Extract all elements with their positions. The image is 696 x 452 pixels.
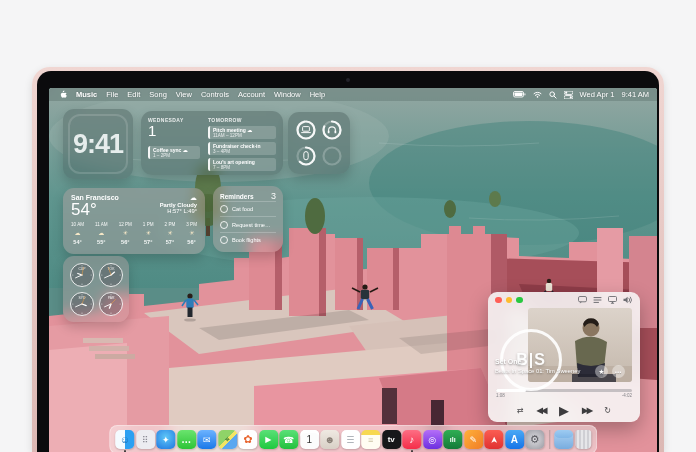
dock-icon-pages[interactable]: ✎ [464, 430, 483, 449]
dock-icon-facetime[interactable]: ▶ [259, 430, 278, 449]
laptop-frame: Music File Edit Song View Controls Accou… [32, 67, 664, 452]
reminder-item[interactable]: Cat food [220, 201, 276, 216]
dock: ☺ ⠿ ✦ … ✉ ⌖ ✿ ▶ ☎ 1 ☻ ☰ ≡ tv ♪ ◎ ılı ✎ ➤… [109, 425, 597, 452]
next-button[interactable]: ▶▶ [582, 407, 591, 415]
dock-icon-tv[interactable]: tv [382, 430, 401, 449]
menu-bar-time[interactable]: 9:41 AM [621, 90, 649, 99]
repeat-button[interactable]: ↻ [604, 407, 611, 415]
menu-bar: Music File Edit Song View Controls Accou… [49, 88, 657, 101]
weather-hour-icon: ☀ [186, 229, 197, 238]
music-mini-player-window[interactable]: B|S Set One Beats In Space 01: Tim Sween… [488, 292, 640, 422]
clock-cupertino: CUP [69, 262, 95, 288]
menu-item-help[interactable]: Help [310, 90, 325, 99]
calendar-event[interactable]: Pitch meeting ☁ 11AM – 12PM [208, 126, 276, 140]
dock-icon-notes[interactable]: ≡ [361, 430, 380, 449]
clock-sydney: SYD [69, 291, 95, 317]
event-time: 3 – 4PM [213, 149, 273, 155]
dock-icon-safari[interactable]: ✦ [156, 430, 175, 449]
close-button[interactable] [495, 297, 502, 304]
music-player-titlebar[interactable] [488, 292, 640, 308]
queue-icon[interactable] [593, 296, 602, 304]
menu-item-window[interactable]: Window [274, 90, 301, 99]
menu-item-controls[interactable]: Controls [201, 90, 229, 99]
lyrics-icon[interactable] [578, 296, 587, 304]
weather-temperature: 54° [71, 201, 119, 219]
reminder-item[interactable]: Book flights [220, 232, 276, 247]
dock-icon-music[interactable]: ♪ [402, 430, 421, 449]
hour-temp: 57° [165, 238, 176, 246]
dock-icon-rocket-app[interactable]: ➤ [484, 430, 503, 449]
menu-item-view[interactable]: View [176, 90, 192, 99]
airplay-icon[interactable] [608, 296, 617, 304]
minimize-button[interactable] [506, 297, 513, 304]
search-icon[interactable] [549, 91, 557, 99]
reminder-item[interactable]: Request time… [220, 216, 276, 231]
calendar-day-number: 1 [148, 123, 200, 140]
control-center-icon[interactable] [564, 91, 573, 99]
weather-widget[interactable]: San Francisco 54° ☁ Partly Cloudy H:57° … [63, 188, 205, 254]
dock-icon-podcasts[interactable]: ◎ [423, 430, 442, 449]
menu-item-song[interactable]: Song [149, 90, 167, 99]
dock-icon-messages[interactable]: … [177, 430, 196, 449]
dock-icon-photos[interactable]: ✿ [238, 430, 257, 449]
volume-icon[interactable] [623, 296, 633, 304]
play-button[interactable]: ▶ [559, 404, 569, 417]
clock-widget[interactable]: 9:41 [63, 109, 133, 179]
wifi-icon[interactable] [533, 91, 542, 98]
dock-icon-contacts[interactable]: ☻ [320, 430, 339, 449]
menu-item-account[interactable]: Account [238, 90, 265, 99]
zoom-button[interactable] [516, 297, 523, 304]
checkbox-circle-icon[interactable] [220, 205, 228, 213]
menu-item-edit[interactable]: Edit [127, 90, 140, 99]
event-time: 11AM – 12PM [213, 133, 273, 139]
dock-icon-phone[interactable]: ☎ [279, 430, 298, 449]
calendar-event[interactable]: Coffee sync ☁ 1 – 2PM [148, 146, 200, 160]
dock-icon-trash[interactable] [575, 430, 591, 449]
weather-hourly-forecast: 10 AM☁54° 11 AM☁55° 12 PM☀56° 1 PM☀57° 2… [71, 222, 197, 246]
shuffle-button[interactable]: ⇄ [517, 407, 524, 415]
dock-icon-mail[interactable]: ✉ [197, 430, 216, 449]
checkbox-circle-icon[interactable] [220, 221, 228, 229]
headphones-icon [329, 127, 336, 133]
checkbox-circle-icon[interactable] [220, 236, 228, 244]
partly-cloudy-icon: ☁ [160, 194, 197, 202]
reminders-title: Reminders [220, 193, 254, 200]
camera-dot [346, 78, 350, 82]
menu-bar-date[interactable]: Wed Apr 1 [580, 90, 615, 99]
more-options-button[interactable]: ••• [612, 365, 625, 378]
dock-icon-stocks[interactable]: ılı [443, 430, 462, 449]
dock-icon-launchpad[interactable]: ⠿ [136, 430, 155, 449]
hour-label: 10 AM [71, 222, 84, 229]
screen-bezel: Music File Edit Song View Controls Accou… [37, 71, 659, 452]
dock-icon-reminders[interactable]: ☰ [341, 430, 360, 449]
clock-paris: PAR [98, 291, 124, 317]
menu-item-file[interactable]: File [106, 90, 118, 99]
previous-button[interactable]: ◀◀ [537, 407, 546, 415]
calendar-widget[interactable]: WEDNESDAY 1 Coffee sync ☁ 1 – 2PM TOMORR… [141, 111, 283, 175]
calendar-day-label: WEDNESDAY [148, 117, 200, 123]
calendar-event[interactable]: Lou's art opening 7 – 8PM [208, 158, 276, 172]
screen: Music File Edit Song View Controls Accou… [49, 88, 657, 452]
weather-hour-icon: ☁ [71, 229, 84, 238]
elapsed-time: 1:08 [496, 393, 505, 398]
dock-icon-maps[interactable]: ⌖ [218, 430, 237, 449]
batteries-widget[interactable] [288, 112, 350, 174]
remaining-time: -4:02 [622, 393, 632, 398]
favorite-star-button[interactable]: ★ [595, 365, 608, 378]
dock-divider [549, 430, 550, 449]
svg-text:CUP: CUP [78, 267, 86, 271]
reminders-widget[interactable]: Reminders 3 Cat food Request time… Book … [213, 186, 283, 252]
dock-icon-calendar[interactable]: 1 [300, 430, 319, 449]
dock-icon-downloads-folder[interactable] [554, 430, 573, 449]
calendar-event[interactable]: Fundraiser check-in 3 – 4PM [208, 142, 276, 156]
progress-bar[interactable] [496, 389, 632, 392]
world-clock-widget[interactable]: CUP TOK SYD [63, 256, 129, 322]
dock-icon-app-store[interactable]: A [505, 430, 524, 449]
dock-icon-settings[interactable]: ⚙ [525, 430, 544, 449]
dock-icon-finder[interactable]: ☺ [115, 430, 134, 449]
battery-icon[interactable] [513, 91, 526, 98]
album-artist-line: Beats In Space 01: Tim Sweeney [495, 368, 580, 374]
calendar-tomorrow-label: TOMORROW [208, 117, 276, 123]
apple-menu[interactable] [59, 90, 67, 99]
menu-item-music[interactable]: Music [76, 90, 97, 99]
